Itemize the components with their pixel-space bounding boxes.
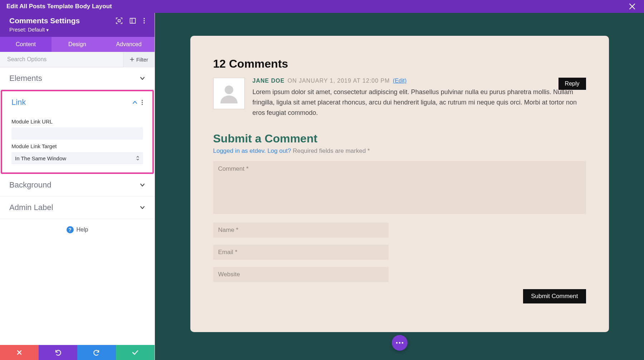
svg-point-12 [401,342,403,344]
comment-date: ON JANUARY 1, 2019 AT 12:00 PM [288,78,390,84]
reply-button[interactable]: Reply [558,78,586,90]
svg-rect-0 [118,20,120,22]
svg-point-4 [143,20,145,21]
settings-tabs: Content Design Advanced [0,37,155,52]
page-title: Edit All Posts Template Body Layout [6,3,112,10]
link-panel: Module Link URL Module Link Target In Th… [2,113,152,172]
link-target-label: Module Link Target [11,143,143,149]
undo-button[interactable] [39,345,77,360]
comment-edit-link[interactable]: (Edit) [393,78,406,84]
cancel-button[interactable] [0,345,39,360]
confirm-button[interactable] [116,345,155,360]
link-url-input[interactable] [11,127,143,140]
more-vertical-icon[interactable] [143,18,145,24]
comments-heading: 12 Comments [213,57,586,70]
svg-rect-1 [130,18,136,23]
section-admin-label: Admin Label [0,196,155,219]
focus-icon[interactable] [116,18,122,24]
topbar: Edit All Posts Template Body Layout [0,0,644,13]
logged-in-link[interactable]: Logged in as etdev. [213,147,266,154]
comment-author[interactable]: JANE DOE [253,78,285,84]
svg-point-7 [142,102,143,103]
sidebar-footer [0,345,155,360]
login-info: Logged in as etdev. Log out? Required fi… [213,147,586,155]
name-input[interactable] [213,223,389,238]
chevron-down-icon [140,76,145,81]
filter-button[interactable]: Filter [123,52,155,67]
tab-advanced[interactable]: Advanced [103,37,155,52]
section-label: Elements [9,74,42,83]
svg-point-11 [399,342,400,344]
section-label: Background [9,180,51,190]
submit-heading: Submit a Comment [213,132,586,145]
avatar [213,78,245,109]
svg-point-9 [225,86,233,94]
svg-point-5 [143,22,145,23]
page-preview: 12 Comments JANE DOE ON JANUARY 1, 2019 … [190,36,609,332]
email-input[interactable] [213,245,389,260]
help-icon: ? [67,226,74,233]
chevron-down-icon [140,182,145,188]
chevron-down-icon [140,205,145,210]
preview-pane: 12 Comments JANE DOE ON JANUARY 1, 2019 … [155,13,644,360]
panel-layout-icon[interactable] [130,18,136,24]
tab-content[interactable]: Content [0,37,52,52]
section-label: Link [11,98,26,107]
comment-text: Lorem ipsum dolor sit amet, consectetur … [253,87,586,118]
section-label: Admin Label [9,203,53,212]
section-background: Background [0,174,155,196]
comment-textarea[interactable] [213,161,586,214]
website-input[interactable] [213,267,389,282]
required-note: Required fields are marked * [293,147,370,154]
section-elements: Elements [0,67,155,90]
tab-design[interactable]: Design [52,37,103,52]
svg-point-6 [142,100,143,101]
link-target-select[interactable]: In The Same Window [11,152,143,164]
svg-point-3 [143,18,145,19]
floating-more-button[interactable] [392,335,408,351]
logout-link[interactable]: Log out? [267,147,291,154]
redo-button[interactable] [77,345,116,360]
submit-comment-button[interactable]: Submit Comment [523,289,586,303]
svg-point-8 [142,104,143,105]
preset-selector[interactable]: Preset: Default▼ [9,26,145,33]
settings-title: Comments Settings [9,16,80,25]
link-url-label: Module Link URL [11,118,143,125]
sidebar-header: Comments Settings Preset: D [0,13,155,37]
search-input[interactable] [0,52,123,67]
settings-sidebar: Comments Settings Preset: D [0,13,155,360]
section-link: Link Module Link URL [2,91,152,172]
svg-point-10 [396,342,397,344]
more-vertical-icon[interactable] [141,99,143,105]
close-icon[interactable] [627,3,638,10]
search-row: Filter [0,52,155,67]
chevron-up-icon [132,99,138,105]
help-link[interactable]: ? Help [0,219,155,240]
comment-item: JANE DOE ON JANUARY 1, 2019 AT 12:00 PM … [213,78,586,118]
